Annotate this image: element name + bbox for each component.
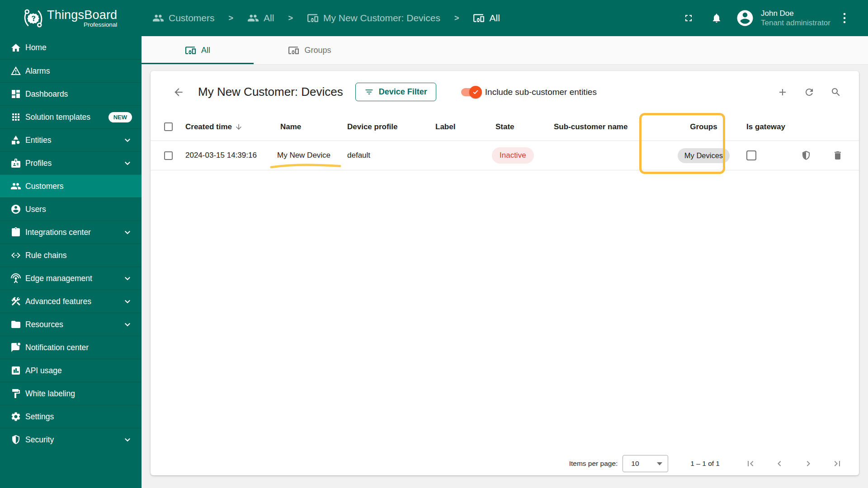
devices-icon xyxy=(288,45,299,56)
sidebar-item-security[interactable]: Security xyxy=(0,428,142,451)
table-footer: Items per page: 10 1 – 1 of 1 xyxy=(151,452,859,475)
sidebar-item-api-usage[interactable]: API usage xyxy=(0,359,142,382)
sidebar-item-entities[interactable]: Entities xyxy=(0,128,142,151)
column-groups[interactable]: Groups xyxy=(661,122,746,131)
alarm-icon xyxy=(10,66,21,76)
next-page-icon[interactable] xyxy=(803,458,814,469)
first-page-icon[interactable] xyxy=(745,458,756,469)
notification-icon xyxy=(10,342,21,353)
sidebar-item-rule-chains[interactable]: Rule chains xyxy=(0,244,142,267)
content-area: My New Customer: Devices Device Filter I… xyxy=(142,65,868,488)
home-icon xyxy=(10,42,21,53)
sidebar-menu: Home Alarms Dashboards Solution template… xyxy=(0,36,142,451)
devices-icon xyxy=(473,12,485,24)
sidebar-item-integrations-center[interactable]: Integrations center xyxy=(0,221,142,244)
kebab-menu-icon[interactable] xyxy=(842,12,847,24)
sidebar-item-white-labeling[interactable]: White labeling xyxy=(0,382,142,405)
sidebar-item-alarms[interactable]: Alarms xyxy=(0,59,142,82)
toggle-label: Include sub-customer entities xyxy=(485,87,597,97)
topbar-actions: John Doe Tenant administrator xyxy=(683,9,847,28)
customers-icon xyxy=(152,12,164,24)
user-name: John Doe xyxy=(761,9,830,18)
add-icon[interactable] xyxy=(777,87,788,98)
dashboards-icon xyxy=(10,89,21,99)
breadcrumb-customer-devices[interactable]: My New Customer: Devices xyxy=(307,12,440,24)
chevron-down-icon xyxy=(123,135,132,145)
security-shield-icon[interactable] xyxy=(801,150,811,161)
cell-created-time: 2024-03-15 14:39:16 xyxy=(185,151,280,160)
column-sub-customer-name[interactable]: Sub-customer name xyxy=(554,122,661,131)
row-checkbox[interactable] xyxy=(164,151,173,160)
notifications-bell-icon[interactable] xyxy=(711,13,722,23)
resources-icon xyxy=(10,319,21,330)
entities-icon xyxy=(10,135,21,145)
breadcrumb-all-devices[interactable]: All xyxy=(473,12,500,24)
items-per-page-label: Items per page: xyxy=(569,460,618,468)
select-all-checkbox[interactable] xyxy=(164,122,173,131)
sidebar-item-advanced-features[interactable]: Advanced features xyxy=(0,290,142,313)
chevron-down-icon xyxy=(123,319,132,329)
integrations-icon xyxy=(10,227,21,238)
dropdown-arrow-icon xyxy=(657,462,662,465)
avatar[interactable] xyxy=(736,9,755,28)
profiles-icon xyxy=(10,158,21,169)
previous-page-icon[interactable] xyxy=(774,458,785,469)
devices-card: My New Customer: Devices Device Filter I… xyxy=(151,71,859,475)
yellow-underline-annotation xyxy=(269,163,342,169)
breadcrumb-customers[interactable]: Customers xyxy=(152,12,215,24)
breadcrumb-separator: > xyxy=(229,14,234,23)
customers-icon xyxy=(10,181,21,192)
column-created-time[interactable]: Created time xyxy=(185,122,280,131)
breadcrumb-all-customers[interactable]: All xyxy=(247,12,274,24)
row-actions xyxy=(801,150,859,161)
devices-icon xyxy=(185,45,196,56)
include-sub-customer-toggle[interactable]: Include sub-customer entities xyxy=(461,87,597,97)
table-actions xyxy=(777,87,841,98)
filter-icon xyxy=(364,87,374,97)
is-gateway-checkbox[interactable] xyxy=(746,150,756,160)
tab-all[interactable]: All xyxy=(142,36,254,64)
table-row[interactable]: 2024-03-15 14:39:16 My New Device defaul… xyxy=(151,141,859,170)
devices-icon xyxy=(307,12,319,24)
device-filter-button[interactable]: Device Filter xyxy=(355,83,436,101)
group-chip[interactable]: My Devices xyxy=(678,148,730,163)
sidebar-item-dashboards[interactable]: Dashboards xyxy=(0,82,142,105)
sidebar-item-settings[interactable]: Settings xyxy=(0,405,142,428)
sidebar-item-solution-templates[interactable]: Solution templates NEW xyxy=(0,105,142,128)
column-is-gateway[interactable]: Is gateway xyxy=(746,122,801,131)
user-menu[interactable]: John Doe Tenant administrator xyxy=(761,9,830,28)
sidebar-item-customers[interactable]: Customers xyxy=(0,174,142,197)
page-title: My New Customer: Devices xyxy=(198,85,343,99)
chevron-down-icon xyxy=(123,158,132,168)
column-device-profile[interactable]: Device profile xyxy=(347,122,435,131)
sidebar-item-home[interactable]: Home xyxy=(0,36,142,59)
back-arrow-icon[interactable] xyxy=(173,86,184,98)
search-icon[interactable] xyxy=(830,87,841,98)
sidebar-item-edge-management[interactable]: Edge management xyxy=(0,267,142,290)
app-logo[interactable]: ThingsBoard Professional xyxy=(0,0,142,36)
table-header: Created time Name Device profile Label S… xyxy=(151,113,859,141)
solution-templates-icon xyxy=(10,112,21,122)
sort-desc-icon xyxy=(235,123,243,131)
chevron-down-icon xyxy=(123,273,132,283)
security-icon xyxy=(10,434,21,445)
last-page-icon[interactable] xyxy=(832,458,843,469)
customers-icon xyxy=(247,12,259,24)
card-toolbar: My New Customer: Devices Device Filter I… xyxy=(151,71,859,113)
sidebar: ThingsBoard Professional Home Alarms Das… xyxy=(0,0,142,488)
column-state[interactable]: State xyxy=(495,122,554,131)
column-label[interactable]: Label xyxy=(435,122,495,131)
delete-icon[interactable] xyxy=(832,150,843,161)
sidebar-item-notification-center[interactable]: Notification center xyxy=(0,336,142,359)
column-name[interactable]: Name xyxy=(280,122,347,131)
sidebar-item-users[interactable]: Users xyxy=(0,197,142,221)
fullscreen-icon[interactable] xyxy=(683,13,694,23)
sidebar-item-resources[interactable]: Resources xyxy=(0,313,142,336)
sidebar-item-profiles[interactable]: Profiles xyxy=(0,151,142,174)
tab-groups[interactable]: Groups xyxy=(254,36,366,64)
cell-state: Inactive xyxy=(495,147,554,164)
refresh-icon[interactable] xyxy=(804,87,815,98)
rule-chains-icon xyxy=(10,250,21,261)
chevron-down-icon xyxy=(123,227,132,237)
items-per-page-select[interactable]: 10 xyxy=(623,455,668,472)
